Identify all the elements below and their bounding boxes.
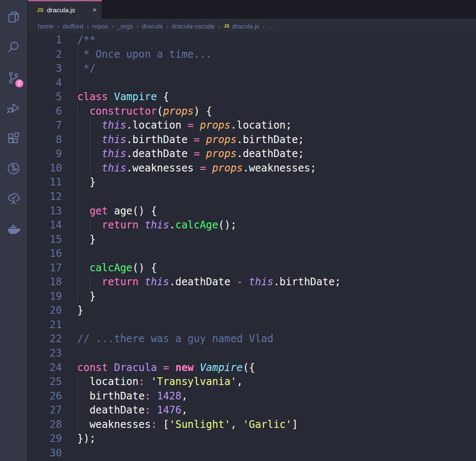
line-number[interactable]: 4 bbox=[28, 76, 62, 90]
line-number[interactable]: 2 bbox=[28, 48, 62, 62]
indent-guide bbox=[77, 133, 78, 147]
line-number[interactable]: 27 bbox=[28, 403, 62, 418]
code-line[interactable]: 3 */ bbox=[28, 62, 476, 76]
line-number[interactable]: 1 bbox=[28, 33, 62, 48]
code-line[interactable]: 6 constructor(props) { bbox=[28, 104, 476, 119]
code-line[interactable]: 10 this.weaknesses = props.weaknesses; bbox=[28, 161, 476, 176]
code-line-content: birthDate: 1428, bbox=[77, 389, 188, 404]
line-number[interactable]: 26 bbox=[28, 389, 62, 404]
code-line[interactable]: 23 bbox=[28, 346, 476, 361]
code-line[interactable]: 18 return this.deathDate - this.birthDat… bbox=[28, 275, 476, 290]
code-line[interactable]: 17 calcAge() { bbox=[28, 261, 476, 275]
activity-item-todo-tree[interactable] bbox=[0, 184, 27, 214]
activity-item-docker[interactable] bbox=[0, 214, 27, 245]
line-number[interactable]: 19 bbox=[28, 290, 62, 304]
code-line[interactable]: 14 return this.calcAge(); bbox=[28, 218, 476, 233]
line-number[interactable]: 15 bbox=[28, 233, 62, 247]
code-line[interactable]: 1/** bbox=[28, 33, 476, 48]
activity-item-extensions[interactable] bbox=[0, 123, 27, 154]
code-token: () { bbox=[132, 262, 157, 274]
code-line[interactable]: 29}); bbox=[28, 432, 476, 446]
line-number[interactable]: 18 bbox=[28, 275, 62, 290]
line-number[interactable]: 16 bbox=[28, 247, 62, 261]
code-line[interactable]: 7 this.location = props.location; bbox=[28, 118, 476, 133]
indent-guide bbox=[77, 375, 78, 389]
code-line[interactable]: 20} bbox=[28, 304, 476, 318]
code-line[interactable]: 12 bbox=[28, 190, 476, 204]
breadcrumb-item[interactable]: JSdracula.js bbox=[224, 22, 259, 30]
code-token: */ bbox=[77, 62, 95, 74]
code-token: this bbox=[102, 119, 126, 131]
line-number[interactable]: 11 bbox=[28, 175, 62, 190]
indent-guide bbox=[90, 147, 90, 161]
code-line[interactable]: 26 birthDate: 1428, bbox=[28, 389, 476, 404]
line-number[interactable]: 7 bbox=[28, 118, 62, 133]
indent-guide bbox=[77, 218, 78, 233]
breadcrumb-item[interactable]: repos bbox=[92, 22, 108, 30]
line-number[interactable]: 12 bbox=[28, 190, 62, 204]
code-token: props bbox=[206, 134, 236, 146]
code-line-content: } bbox=[77, 175, 95, 190]
line-number[interactable]: 17 bbox=[28, 261, 62, 275]
code-line[interactable]: 8 this.birthDate = props.birthDate; bbox=[28, 133, 476, 147]
line-number[interactable]: 25 bbox=[28, 375, 62, 389]
line-number[interactable]: 24 bbox=[28, 361, 62, 375]
code-token: calcAge bbox=[90, 262, 132, 274]
code-line[interactable]: 22// ...there was a guy named Vlad bbox=[28, 332, 476, 346]
breadcrumb-item[interactable]: dracula-vscode bbox=[172, 22, 215, 30]
activity-item-run-and-debug[interactable] bbox=[0, 93, 27, 124]
tab-close-icon[interactable]: × bbox=[92, 6, 97, 14]
code-line[interactable]: 16 bbox=[28, 247, 476, 261]
line-number[interactable]: 13 bbox=[28, 204, 62, 219]
code-line[interactable]: 13 get age() { bbox=[28, 204, 476, 219]
code-line[interactable]: 21 bbox=[28, 318, 476, 332]
code-token: return bbox=[102, 276, 139, 288]
breadcrumb-label: dracula-vscode bbox=[172, 22, 215, 30]
code-editor[interactable]: 1/**2 * Once upon a time...3 */45class V… bbox=[28, 33, 476, 461]
line-number[interactable]: 30 bbox=[28, 446, 62, 461]
tab-dracula-js[interactable]: JS dracula.js × bbox=[28, 0, 102, 19]
line-number[interactable]: 21 bbox=[28, 318, 62, 332]
line-number[interactable]: 22 bbox=[28, 332, 62, 346]
code-line[interactable]: 5class Vampire { bbox=[28, 90, 476, 104]
code-token: = bbox=[194, 148, 200, 160]
line-number[interactable]: 29 bbox=[28, 432, 62, 446]
activity-item-search[interactable] bbox=[0, 32, 27, 63]
code-line[interactable]: 28 weaknesses: ['Sunlight', 'Garlic'] bbox=[28, 418, 476, 432]
line-number[interactable]: 23 bbox=[28, 346, 62, 361]
breadcrumb-item[interactable]: dsifford bbox=[63, 22, 84, 30]
line-number[interactable]: 20 bbox=[28, 304, 62, 318]
code-line[interactable]: 4 bbox=[28, 76, 476, 90]
breadcrumb-item[interactable]: … bbox=[268, 22, 274, 30]
code-token bbox=[200, 134, 206, 146]
breadcrumb-item[interactable]: home bbox=[38, 22, 54, 30]
line-number[interactable]: 3 bbox=[28, 62, 62, 76]
line-number[interactable]: 8 bbox=[28, 133, 62, 147]
code-line[interactable]: 19 } bbox=[28, 290, 476, 304]
activity-item-gitlens[interactable] bbox=[0, 154, 27, 184]
code-token: } bbox=[77, 176, 95, 188]
code-line-content: location: 'Transylvania', bbox=[77, 375, 243, 389]
line-number[interactable]: 10 bbox=[28, 161, 62, 176]
code-line[interactable]: 24const Dracula = new Vampire({ bbox=[28, 361, 476, 375]
line-number[interactable]: 6 bbox=[28, 104, 62, 119]
breadcrumb-item[interactable]: _orgs bbox=[117, 22, 133, 30]
line-number[interactable]: 5 bbox=[28, 90, 62, 104]
code-line[interactable]: 11 } bbox=[28, 175, 476, 190]
breadcrumb: home›dsifford›repos›_orgs›dracula›dracul… bbox=[28, 19, 476, 33]
code-line[interactable]: 25 location: 'Transylvania', bbox=[28, 375, 476, 389]
code-line[interactable]: 9 this.deathDate = props.deathDate; bbox=[28, 147, 476, 161]
code-token bbox=[77, 262, 90, 274]
code-line[interactable]: 15 } bbox=[28, 233, 476, 247]
activity-item-source-control[interactable]: 2 bbox=[0, 62, 27, 93]
code-line-content: get age() { bbox=[77, 204, 157, 219]
line-number[interactable]: 14 bbox=[28, 218, 62, 233]
code-line[interactable]: 2 * Once upon a time... bbox=[28, 48, 476, 62]
breadcrumb-item[interactable]: dracula bbox=[142, 22, 163, 30]
line-number[interactable]: 9 bbox=[28, 147, 62, 161]
activity-item-explorer[interactable] bbox=[0, 2, 27, 32]
docker-icon bbox=[6, 222, 21, 236]
code-line[interactable]: 27 deathDate: 1476, bbox=[28, 403, 476, 418]
line-number[interactable]: 28 bbox=[28, 418, 62, 432]
code-line[interactable]: 30 bbox=[28, 446, 476, 461]
